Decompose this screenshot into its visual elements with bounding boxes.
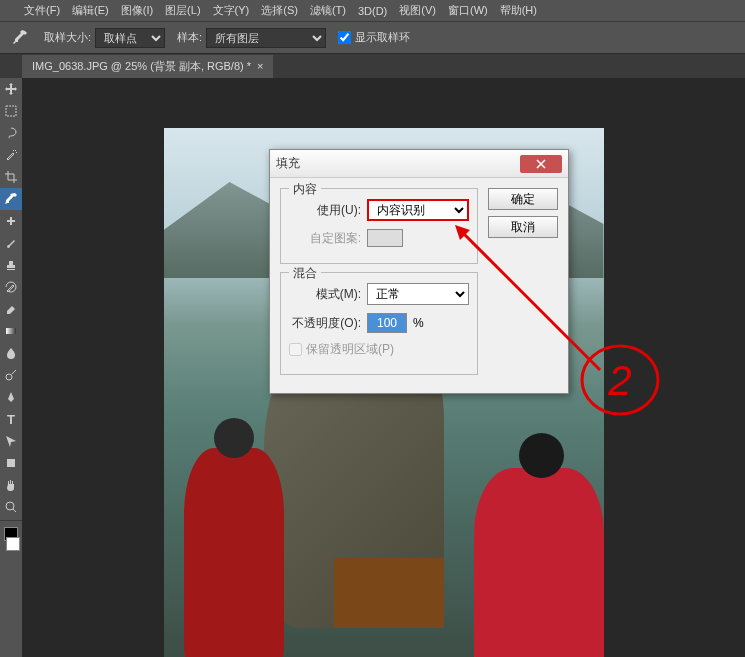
menu-3d[interactable]: 3D(D)	[352, 5, 393, 17]
crop-tool[interactable]	[0, 166, 22, 188]
blend-fieldset: 混合 模式(M): 正常 不透明度(O): % 保留透明区域(P)	[280, 272, 478, 375]
svg-rect-3	[6, 328, 16, 334]
menu-type[interactable]: 文字(Y)	[207, 3, 256, 18]
pen-tool[interactable]	[0, 386, 22, 408]
use-select[interactable]: 内容识别	[367, 199, 469, 221]
eyedropper-icon	[8, 26, 32, 50]
svg-rect-2	[10, 217, 12, 225]
marquee-tool[interactable]	[0, 100, 22, 122]
history-brush-tool[interactable]	[0, 276, 22, 298]
sample-size-select[interactable]: 取样点	[95, 28, 165, 48]
show-ring-label: 显示取样环	[355, 30, 410, 45]
sample-size-label: 取样大小:	[44, 30, 91, 45]
menu-file[interactable]: 文件(F)	[18, 3, 66, 18]
dodge-tool[interactable]	[0, 364, 22, 386]
cancel-button[interactable]: 取消	[488, 216, 558, 238]
eyedropper-tool[interactable]	[0, 188, 22, 210]
opacity-input[interactable]	[367, 313, 407, 333]
options-bar: 取样大小: 取样点 样本: 所有图层 显示取样环	[0, 22, 745, 54]
eraser-tool[interactable]	[0, 298, 22, 320]
document-tab[interactable]: IMG_0638.JPG @ 25% (背景 副本, RGB/8) * ×	[22, 55, 273, 78]
custom-pattern-label: 自定图案:	[289, 230, 361, 247]
sample-select[interactable]: 所有图层	[206, 28, 326, 48]
dialog-title: 填充	[276, 155, 520, 172]
preserve-trans-label: 保留透明区域(P)	[306, 341, 394, 358]
blur-tool[interactable]	[0, 342, 22, 364]
fill-dialog: 填充 内容 使用(U): 内容识别 自定图案: 混合	[269, 149, 569, 394]
path-tool[interactable]	[0, 430, 22, 452]
menu-view[interactable]: 视图(V)	[393, 3, 442, 18]
color-swatches[interactable]	[0, 527, 22, 551]
use-label: 使用(U):	[289, 202, 361, 219]
menu-layer[interactable]: 图层(L)	[159, 3, 206, 18]
content-fieldset: 内容 使用(U): 内容识别 自定图案:	[280, 188, 478, 264]
custom-pattern-swatch	[367, 229, 403, 247]
svg-point-4	[6, 374, 12, 380]
hand-tool[interactable]	[0, 474, 22, 496]
brush-tool[interactable]	[0, 232, 22, 254]
content-legend: 内容	[289, 181, 321, 198]
tab-close-icon[interactable]: ×	[257, 60, 263, 72]
type-tool[interactable]: T	[0, 408, 22, 430]
ok-button[interactable]: 确定	[488, 188, 558, 210]
wand-tool[interactable]	[0, 144, 22, 166]
opacity-label: 不透明度(O):	[289, 315, 361, 332]
show-ring-checkbox[interactable]	[338, 31, 351, 44]
gradient-tool[interactable]	[0, 320, 22, 342]
menu-image[interactable]: 图像(I)	[115, 3, 159, 18]
menu-select[interactable]: 选择(S)	[255, 3, 304, 18]
svg-point-6	[6, 502, 14, 510]
svg-rect-0	[6, 106, 16, 116]
background-color[interactable]	[6, 537, 20, 551]
tab-bar: IMG_0638.JPG @ 25% (背景 副本, RGB/8) * ×	[0, 54, 745, 78]
menu-bar: 文件(F) 编辑(E) 图像(I) 图层(L) 文字(Y) 选择(S) 滤镜(T…	[0, 0, 745, 22]
healing-tool[interactable]	[0, 210, 22, 232]
menu-edit[interactable]: 编辑(E)	[66, 3, 115, 18]
svg-rect-5	[7, 459, 15, 467]
menu-filter[interactable]: 滤镜(T)	[304, 3, 352, 18]
opacity-unit: %	[413, 316, 424, 330]
blend-legend: 混合	[289, 265, 321, 282]
tab-title: IMG_0638.JPG @ 25% (背景 副本, RGB/8) *	[32, 59, 251, 74]
sample-label: 样本:	[177, 30, 202, 45]
mode-select[interactable]: 正常	[367, 283, 469, 305]
zoom-tool[interactable]	[0, 496, 22, 518]
menu-help[interactable]: 帮助(H)	[494, 3, 543, 18]
tool-panel: T	[0, 78, 22, 551]
dialog-close-button[interactable]	[520, 155, 562, 173]
stamp-tool[interactable]	[0, 254, 22, 276]
mode-label: 模式(M):	[289, 286, 361, 303]
dialog-titlebar[interactable]: 填充	[270, 150, 568, 178]
lasso-tool[interactable]	[0, 122, 22, 144]
rect-tool[interactable]	[0, 452, 22, 474]
menu-window[interactable]: 窗口(W)	[442, 3, 494, 18]
move-tool[interactable]	[0, 78, 22, 100]
preserve-trans-checkbox	[289, 343, 302, 356]
